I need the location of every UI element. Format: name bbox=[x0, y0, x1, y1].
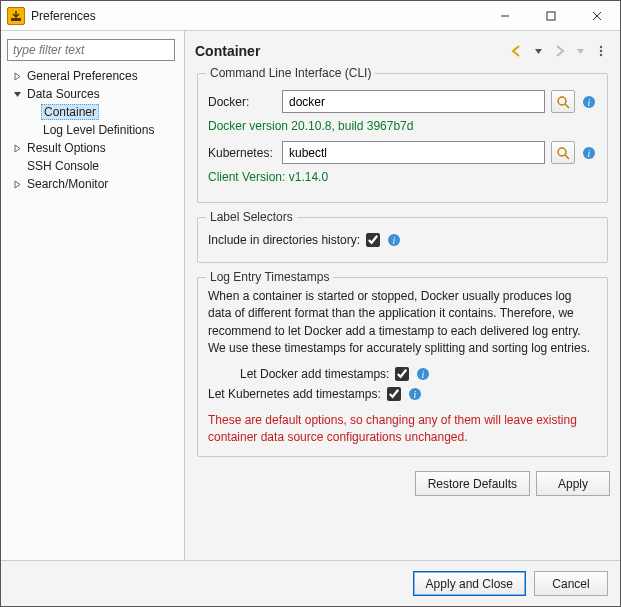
chevron-down-icon[interactable] bbox=[11, 88, 23, 100]
kubernetes-timestamps-label: Let Kubernetes add timestamps: bbox=[208, 387, 381, 401]
browse-docker-button[interactable] bbox=[551, 90, 575, 113]
app-icon bbox=[7, 7, 25, 25]
cli-group: Command Line Interface (CLI) Docker: i D… bbox=[197, 73, 608, 203]
kubernetes-timestamps-checkbox[interactable] bbox=[387, 387, 401, 401]
tree-item-data-sources[interactable]: Data Sources bbox=[7, 85, 178, 103]
content-header: Container bbox=[195, 39, 610, 63]
preferences-tree: General Preferences Data Sources Contain… bbox=[7, 67, 178, 193]
tree-item-search-monitor[interactable]: Search/Monitor bbox=[7, 175, 178, 193]
tree-item-label: Container bbox=[41, 104, 99, 120]
chevron-right-icon[interactable] bbox=[11, 142, 23, 154]
chevron-right-icon[interactable] bbox=[11, 178, 23, 190]
close-button[interactable] bbox=[574, 1, 620, 30]
info-icon[interactable]: i bbox=[415, 366, 431, 382]
view-menu-button[interactable] bbox=[592, 42, 610, 60]
svg-point-7 bbox=[600, 54, 602, 56]
restore-defaults-button[interactable]: Restore Defaults bbox=[415, 471, 530, 496]
cancel-button[interactable]: Cancel bbox=[534, 571, 608, 596]
group-legend: Command Line Interface (CLI) bbox=[206, 66, 375, 80]
svg-text:i: i bbox=[393, 235, 396, 246]
apply-and-close-button[interactable]: Apply and Close bbox=[413, 571, 526, 596]
kubernetes-executable-input[interactable] bbox=[282, 141, 545, 164]
tree-item-label: Log Level Definitions bbox=[41, 123, 156, 137]
svg-text:i: i bbox=[588, 97, 591, 108]
window-title: Preferences bbox=[31, 9, 482, 23]
docker-executable-input[interactable] bbox=[282, 90, 545, 113]
svg-text:i: i bbox=[422, 369, 425, 380]
tree-item-general-preferences[interactable]: General Preferences bbox=[7, 67, 178, 85]
tree-item-ssh-console[interactable]: SSH Console bbox=[7, 157, 178, 175]
kubernetes-version-text: Client Version: v1.14.0 bbox=[208, 170, 597, 184]
tree-item-log-level-definitions[interactable]: Log Level Definitions bbox=[7, 121, 178, 139]
tree-item-result-options[interactable]: Result Options bbox=[7, 139, 178, 157]
browse-kubernetes-button[interactable] bbox=[551, 141, 575, 164]
tree-item-label: Result Options bbox=[25, 141, 108, 155]
preferences-window: Preferences General Preferences Data Sou… bbox=[0, 0, 621, 607]
docker-label: Docker: bbox=[208, 95, 276, 109]
include-history-label: Include in directories history: bbox=[208, 233, 360, 247]
group-legend: Label Selectors bbox=[206, 210, 297, 224]
svg-point-12 bbox=[558, 148, 566, 156]
maximize-button[interactable] bbox=[528, 1, 574, 30]
dialog-button-bar: Apply and Close Cancel bbox=[1, 560, 620, 606]
window-controls bbox=[482, 1, 620, 30]
info-icon[interactable]: i bbox=[581, 94, 597, 110]
svg-text:i: i bbox=[588, 148, 591, 159]
tree-item-label: Search/Monitor bbox=[25, 177, 110, 191]
docker-version-text: Docker version 20.10.8, build 3967b7d bbox=[208, 119, 597, 133]
svg-rect-2 bbox=[547, 12, 555, 20]
tree-item-label: General Preferences bbox=[25, 69, 140, 83]
docker-timestamps-checkbox[interactable] bbox=[395, 367, 409, 381]
back-dropdown[interactable] bbox=[529, 42, 547, 60]
sidebar: General Preferences Data Sources Contain… bbox=[1, 31, 185, 560]
page-title: Container bbox=[195, 43, 505, 59]
chevron-right-icon[interactable] bbox=[11, 70, 23, 82]
info-icon[interactable]: i bbox=[581, 145, 597, 161]
svg-point-5 bbox=[600, 46, 602, 48]
apply-button[interactable]: Apply bbox=[536, 471, 610, 496]
content-area: Container Command Line Interface (CLI) D… bbox=[185, 31, 620, 560]
svg-rect-0 bbox=[11, 18, 21, 21]
svg-point-8 bbox=[558, 97, 566, 105]
svg-line-13 bbox=[565, 155, 569, 159]
tree-item-container[interactable]: Container bbox=[7, 103, 178, 121]
forward-button[interactable] bbox=[550, 42, 568, 60]
svg-line-9 bbox=[565, 104, 569, 108]
svg-text:i: i bbox=[413, 389, 416, 400]
log-timestamps-group: Log Entry Timestamps When a container is… bbox=[197, 277, 608, 457]
log-timestamps-description: When a container is started or stopped, … bbox=[208, 288, 597, 358]
tree-item-label: Data Sources bbox=[25, 87, 102, 101]
warning-text: These are default options, so changing a… bbox=[208, 412, 597, 447]
filter-input[interactable] bbox=[7, 39, 175, 61]
back-button[interactable] bbox=[508, 42, 526, 60]
tree-item-label: SSH Console bbox=[25, 159, 101, 173]
info-icon[interactable]: i bbox=[386, 232, 402, 248]
minimize-button[interactable] bbox=[482, 1, 528, 30]
kubernetes-label: Kubernetes: bbox=[208, 146, 276, 160]
content-scroll: Command Line Interface (CLI) Docker: i D… bbox=[195, 63, 610, 552]
spacer bbox=[11, 160, 23, 172]
forward-dropdown[interactable] bbox=[571, 42, 589, 60]
label-selectors-group: Label Selectors Include in directories h… bbox=[197, 217, 608, 263]
docker-timestamps-label: Let Docker add timestamps: bbox=[240, 367, 389, 381]
info-icon[interactable]: i bbox=[407, 386, 423, 402]
titlebar: Preferences bbox=[1, 1, 620, 31]
group-legend: Log Entry Timestamps bbox=[206, 270, 333, 284]
svg-point-6 bbox=[600, 50, 602, 52]
page-button-bar: Restore Defaults Apply bbox=[195, 471, 610, 496]
include-history-checkbox[interactable] bbox=[366, 233, 380, 247]
